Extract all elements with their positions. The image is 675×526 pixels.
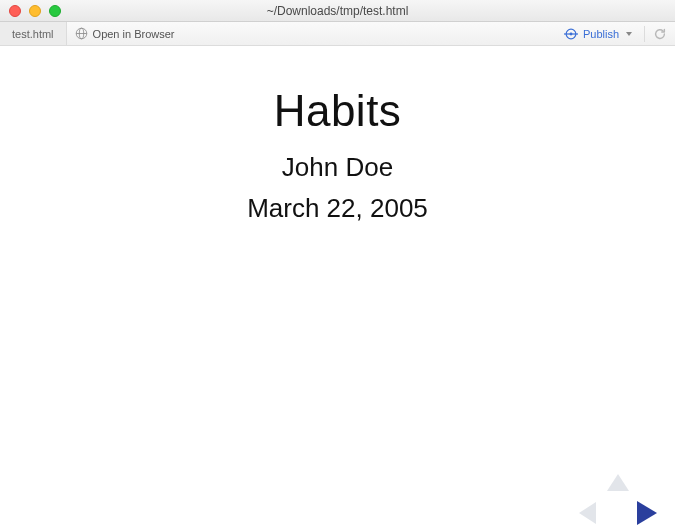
window-title: ~/Downloads/tmp/test.html — [0, 4, 675, 18]
open-in-browser-label: Open in Browser — [93, 28, 175, 40]
chevron-down-icon — [626, 32, 632, 36]
nav-up-arrow[interactable] — [607, 474, 629, 491]
editor-toolbar: test.html Open in Browser Publish — [0, 22, 675, 46]
window-titlebar: ~/Downloads/tmp/test.html — [0, 0, 675, 22]
open-in-browser-button[interactable]: Open in Browser — [67, 22, 183, 45]
slide-area: Habits John Doe March 22, 2005 — [0, 86, 675, 526]
publish-label: Publish — [583, 28, 619, 40]
globe-icon — [75, 27, 88, 40]
publish-button[interactable]: Publish — [556, 22, 640, 45]
slide-author: John Doe — [0, 152, 675, 183]
file-tab[interactable]: test.html — [0, 22, 67, 45]
slide-date: March 22, 2005 — [0, 193, 675, 224]
slide-nav-controls — [579, 474, 657, 526]
close-window-button[interactable] — [9, 5, 21, 17]
svg-point-5 — [570, 32, 573, 35]
publish-icon — [564, 27, 578, 41]
zoom-window-button[interactable] — [49, 5, 61, 17]
file-tab-label: test.html — [12, 28, 54, 40]
toolbar-divider — [644, 26, 645, 42]
nav-right-arrow[interactable] — [637, 501, 657, 525]
reload-button[interactable] — [649, 22, 675, 45]
window-controls — [0, 5, 61, 17]
nav-left-arrow[interactable] — [579, 502, 596, 524]
reload-icon — [653, 27, 667, 41]
slide-title: Habits — [0, 86, 675, 136]
minimize-window-button[interactable] — [29, 5, 41, 17]
